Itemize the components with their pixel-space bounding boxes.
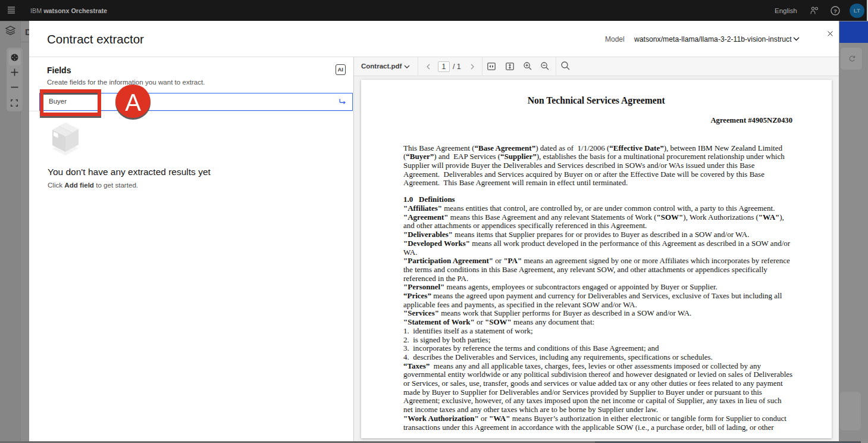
svg-text:?: ? bbox=[833, 8, 837, 14]
